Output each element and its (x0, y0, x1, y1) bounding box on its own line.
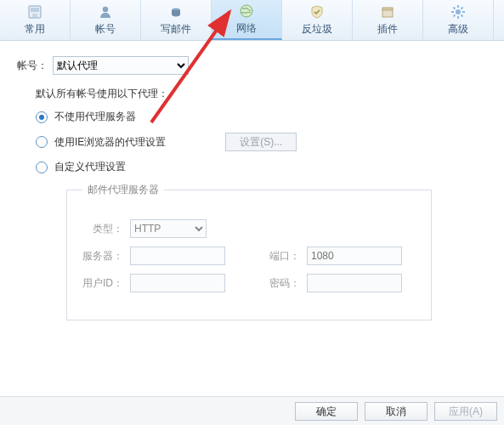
ok-button[interactable]: 确定 (295, 402, 358, 421)
svg-line-15 (462, 8, 463, 9)
box-icon (379, 3, 396, 20)
tab-network[interactable]: 网络 (212, 0, 282, 40)
content-pane: 帐号： 默认代理 默认所有帐号使用以下代理： 不使用代理服务器 使用IE浏览器的… (0, 41, 504, 320)
toolbar: 常用 帐号 写邮件 网络 反垃圾 插件 高级 (0, 0, 504, 41)
radio-label: 使用IE浏览器的代理设置 (54, 135, 166, 150)
tab-label: 常用 (25, 22, 45, 37)
radio-custom-proxy[interactable]: 自定义代理设置 (36, 160, 487, 174)
radio-no-proxy[interactable]: 不使用代理服务器 (36, 110, 487, 124)
password-input[interactable] (307, 274, 402, 292)
person-icon (97, 3, 114, 20)
tab-spam[interactable]: 反垃圾 (282, 0, 353, 40)
tab-label: 写邮件 (161, 22, 191, 37)
tab-account[interactable]: 帐号 (71, 0, 141, 40)
radio-label: 自定义代理设置 (54, 160, 126, 174)
port-input[interactable] (307, 246, 402, 265)
tab-common[interactable]: 常用 (0, 0, 71, 40)
svg-rect-7 (382, 8, 393, 10)
svg-rect-2 (32, 14, 37, 17)
svg-line-14 (462, 15, 463, 17)
type-select[interactable]: HTTP (130, 219, 207, 238)
disk-icon (26, 3, 43, 20)
proxy-heading: 默认所有帐号使用以下代理： (36, 87, 487, 101)
account-select[interactable]: 默认代理 (53, 56, 189, 75)
tab-label: 帐号 (95, 22, 116, 37)
radio-icon (36, 111, 48, 123)
tab-label: 网络 (236, 21, 257, 36)
port-label: 端口： (266, 249, 300, 264)
tab-plugin[interactable]: 插件 (353, 0, 423, 40)
svg-point-5 (241, 5, 252, 17)
svg-line-13 (454, 8, 456, 9)
cancel-button[interactable]: 取消 (365, 402, 428, 421)
settings-button: 设置(S)... (225, 133, 297, 151)
server-label: 服务器： (82, 249, 123, 264)
svg-point-8 (456, 9, 461, 14)
account-label: 帐号： (17, 59, 48, 73)
tab-compose[interactable]: 写邮件 (141, 0, 212, 40)
radio-icon (36, 136, 48, 148)
tab-advanced[interactable]: 高级 (423, 0, 494, 40)
svg-rect-1 (31, 8, 39, 12)
tab-label: 插件 (377, 22, 398, 37)
password-label: 密码： (266, 276, 300, 291)
server-input[interactable] (130, 246, 225, 265)
userid-label: 用户ID： (82, 276, 123, 291)
proxy-fieldset: 邮件代理服务器 类型： HTTP 服务器： 端口： 用户ID： 密码： (66, 183, 432, 320)
shield-icon (309, 3, 326, 20)
userid-input[interactable] (130, 274, 225, 292)
radio-ie-proxy[interactable]: 使用IE浏览器的代理设置 设置(S)... (36, 133, 487, 151)
radio-icon (36, 162, 48, 173)
tab-label: 反垃圾 (302, 22, 332, 37)
svg-point-3 (103, 7, 109, 13)
inkpot-icon (167, 3, 184, 20)
globe-icon (238, 3, 255, 20)
footer: 确定 取消 应用(A) (0, 396, 504, 425)
fieldset-legend: 邮件代理服务器 (82, 183, 164, 197)
radio-label: 不使用代理服务器 (54, 110, 136, 124)
apply-button: 应用(A) (434, 402, 497, 421)
gear-icon (450, 3, 467, 20)
svg-line-16 (454, 15, 456, 17)
tab-label: 高级 (448, 22, 468, 37)
type-label: 类型： (82, 222, 123, 236)
